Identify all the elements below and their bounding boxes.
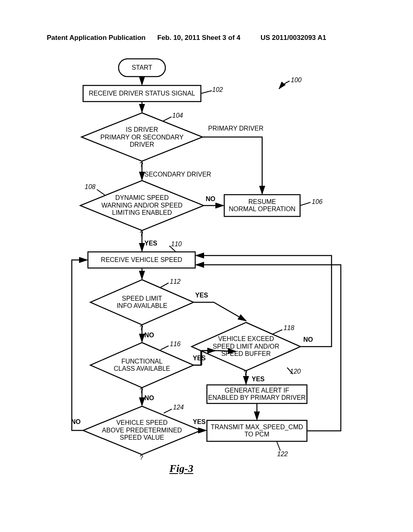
driver-decision-text: IS DRIVER PRIMARY OR SECONDARY DRIVER [100,126,184,148]
svg-line-28 [161,283,169,287]
primary-driver-label: PRIMARY DRIVER [208,125,263,132]
dynamic-speed-text: DYNAMIC SPEED WARNING AND/OR SPEED LIMIT… [101,194,182,216]
resume-normal: RESUME NORMAL OPERATION [224,195,300,216]
func-class-text: FUNCTIONAL CLASS AVAILABLE [114,358,170,373]
start-node: START [119,59,165,77]
q4: ? [140,387,143,395]
vehicle-exceed-text: VEHICLE EXCEED SPEED LIMIT AND/OR SPEED … [213,335,279,357]
ref-110: 110 [171,241,182,248]
speed-above-text: VEHICLE SPEED ABOVE PREDETERMINED SPEED … [102,419,182,441]
receive-vehicle-speed: RECEIVE VEHICLE SPEED [88,252,195,268]
q3: ? [140,324,143,332]
q6: ? [244,370,247,377]
no2: NO [144,332,154,339]
receive-driver-text: RECEIVE DRIVER STATUS SIGNAL [89,90,195,97]
driver-decision: IS DRIVER PRIMARY OR SECONDARY DRIVER [94,124,190,151]
generate-alert-text: GENERATE ALERT IF ENABLED BY PRIMARY DRI… [208,387,306,402]
start-text: START [132,64,152,71]
functional-class: FUNCTIONAL CLASS AVAILABLE [104,355,180,375]
q5: ? [140,454,143,461]
resume-text: RESUME NORMAL OPERATION [229,198,295,213]
yes1: YES [144,240,157,247]
svg-line-23 [201,91,212,94]
flowchart-svg [0,0,413,532]
receive-speed-text: RECEIVE VEHICLE SPEED [101,256,182,264]
generate-alert: GENERATE ALERT IF ENABLED BY PRIMARY DRI… [207,385,307,403]
yes5: YES [252,376,265,383]
ref-108: 108 [85,183,96,191]
ref-120: 120 [290,368,301,375]
speed-above: VEHICLE SPEED ABOVE PREDETERMINED SPEED … [95,418,189,443]
figure-label: Fig-3 [169,463,193,475]
speed-limit-available: SPEED LIMIT INFO AVAILABLE [104,293,180,312]
vehicle-exceed: VEHICLE EXCEED SPEED LIMIT AND/OR SPEED … [204,334,288,360]
receive-driver-status: RECEIVE DRIVER STATUS SIGNAL [83,85,201,102]
svg-line-33 [164,409,172,413]
ref-118: 118 [284,324,294,332]
no4: NO [71,418,81,426]
svg-line-25 [300,202,311,206]
ref-106: 106 [312,198,323,206]
dynamic-speed-decision: DYNAMIC SPEED WARNING AND/OR SPEED LIMIT… [92,192,192,219]
no3: NO [144,395,154,402]
svg-line-32 [277,441,280,451]
transmit-text: TRANSMIT MAX_SPEED_CMD TO PCM [211,424,303,438]
q2: ? [140,231,143,238]
ref-104: 104 [172,112,183,119]
ref-100: 100 [291,77,302,84]
yes2: YES [195,292,208,299]
svg-line-29 [161,346,169,350]
ref-124: 124 [173,404,184,411]
ref-116: 116 [170,341,181,348]
yes4: YES [193,418,206,426]
q1: ? [140,161,143,168]
ref-102: 102 [212,86,223,94]
no5: NO [303,336,313,343]
transmit-cmd: TRANSMIT MAX_SPEED_CMD TO PCM [207,420,307,441]
ref-122: 122 [277,451,288,458]
speed-limit-text: SPEED LIMIT INFO AVAILABLE [117,295,167,310]
svg-line-24 [163,117,171,121]
ref-112: 112 [170,278,181,285]
secondary-driver-label: SECONDARY DRIVER [144,171,211,178]
no1: NO [206,195,215,203]
